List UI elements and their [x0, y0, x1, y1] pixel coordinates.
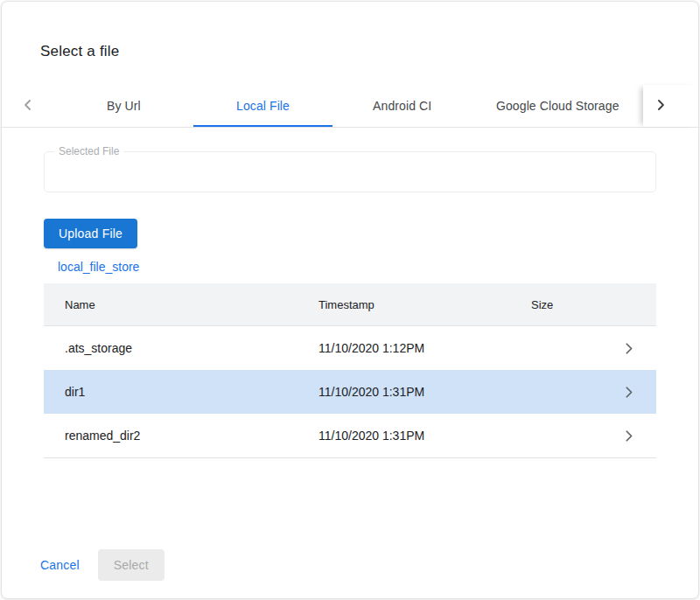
table-row-dir1[interactable]: dir1 11/10/2020 1:31PM: [44, 370, 656, 414]
chevron-right-icon: [600, 339, 656, 358]
file-name: renamed_dir2: [44, 429, 298, 443]
file-table-body: .ats_storage 11/10/2020 1:12PM dir1 11/1…: [44, 326, 656, 458]
dialog-content: Selected File Upload File local_file_sto…: [2, 151, 698, 458]
file-name: dir1: [44, 385, 298, 399]
upload-file-button[interactable]: Upload File: [44, 219, 137, 248]
tab-local-file[interactable]: Local File: [193, 85, 332, 127]
selected-file-label: Selected File: [54, 145, 123, 157]
selected-file-input[interactable]: [45, 152, 655, 192]
chevron-right-icon: [600, 427, 656, 445]
select-button[interactable]: Select: [98, 549, 164, 581]
column-header-timestamp: Timestamp: [298, 298, 510, 311]
tab-label: Local File: [236, 99, 290, 113]
tab-label: Google Cloud Storage: [496, 99, 620, 113]
tab-android-ci[interactable]: Android CI: [332, 85, 472, 127]
dialog-title: Select a file: [40, 42, 698, 61]
chevron-right-icon: [652, 96, 669, 116]
selected-file-field: Selected File: [44, 151, 656, 192]
chevron-left-icon: [19, 96, 37, 116]
column-header-name: Name: [44, 298, 298, 311]
dialog-footer: Cancel Select: [33, 549, 164, 581]
select-file-dialog: Select a file By Url Local File Android …: [2, 2, 698, 598]
tab-label: By Url: [107, 99, 141, 113]
tab-google-cloud-storage[interactable]: Google Cloud Storage: [472, 85, 643, 127]
file-timestamp: 11/10/2020 1:12PM: [298, 341, 510, 355]
tab-label: Android CI: [373, 99, 431, 113]
tab-bar: By Url Local File Android CI Google Clou…: [2, 85, 698, 128]
tabs-scroll-right-button[interactable]: [643, 85, 698, 127]
file-table: Name Timestamp Size .ats_storage 11/10/2…: [44, 283, 656, 458]
local-file-store-link[interactable]: local_file_store: [58, 260, 139, 274]
table-row-renamed-dir2[interactable]: renamed_dir2 11/10/2020 1:31PM: [44, 414, 656, 457]
file-name: .ats_storage: [44, 341, 298, 355]
file-table-header: Name Timestamp Size: [44, 283, 656, 326]
column-header-size: Size: [510, 298, 600, 311]
chevron-right-icon: [600, 383, 656, 401]
tabs-scroll-left-button[interactable]: [2, 85, 54, 127]
file-timestamp: 11/10/2020 1:31PM: [298, 385, 510, 399]
file-timestamp: 11/10/2020 1:31PM: [298, 429, 510, 443]
table-row-ats-storage[interactable]: .ats_storage 11/10/2020 1:12PM: [44, 326, 656, 370]
cancel-button[interactable]: Cancel: [33, 551, 87, 579]
tab-by-url[interactable]: By Url: [54, 85, 193, 127]
